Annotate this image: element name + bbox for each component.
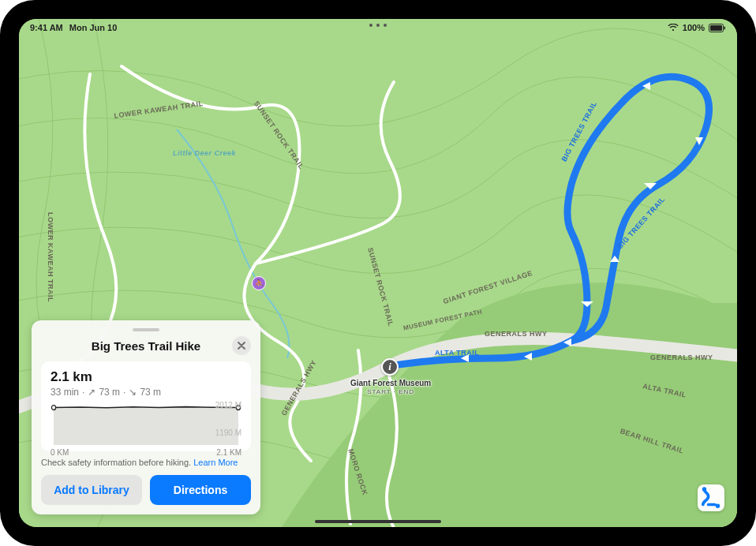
ascent-value: 73 m [99,387,120,398]
status-time: 9:41 AM [30,23,63,32]
safety-note: Check safety information before hiking. … [41,458,251,467]
label-alta-trail-route: ALTA TRAIL [435,349,479,357]
elevation-chart: 2012 M 1190 M 0 KM 2.1 KM [51,402,241,445]
trail-info-card: Big Trees Trail Hike 2.1 km 33 min · ↗ 7… [32,320,260,514]
wifi-icon [668,24,679,32]
card-title: Big Trees Trail Hike [60,339,232,353]
poi-sub: START · END [350,388,431,396]
svg-point-12 [702,487,706,491]
home-indicator[interactable] [315,520,441,523]
restroom-poi-icon[interactable]: ⛹ [252,276,266,290]
battery-percent: 100% [683,23,705,32]
trailhead-caption: Giant Forest Museum START · END [350,379,431,396]
directions-button[interactable]: Directions [150,475,251,505]
status-date: Mon Jun 10 [69,23,118,32]
battery-icon [709,24,726,32]
status-bar: 9:41 AM Mon Jun 10 100% [19,19,737,36]
ipad-frame: 9:41 AM Mon Jun 10 100% [0,0,756,546]
elev-min-label: 1190 M [215,428,241,437]
elev-max-label: 2012 M [215,401,241,410]
route-icon [698,484,724,511]
substats: 33 min · ↗ 73 m · ↘ 73 m [51,387,241,398]
svg-rect-1 [710,25,722,31]
label-little-deer-creek: Little Deer Creek [173,149,236,157]
trailhead-marker[interactable]: i [381,358,399,376]
stats-panel: 2.1 km 33 min · ↗ 73 m · ↘ 73 m 2012 M 1… [41,361,251,451]
map-mode-button[interactable] [698,484,724,511]
ascent-icon: ↗ [88,387,95,398]
card-grab-handle[interactable] [133,328,159,331]
safety-text: Check safety information before hiking. [41,458,191,467]
label-generals-hwy-2: GENERALS HWY [650,353,713,361]
x-end-label: 2.1 KM [216,448,241,457]
add-to-library-button[interactable]: Add to Library [41,475,142,505]
distance-value: 2.1 km [51,369,241,385]
x-start-label: 0 KM [51,448,69,457]
poi-name: Giant Forest Museum [350,379,431,388]
svg-point-14 [51,406,55,410]
label-generals-hwy-1: GENERALS HWY [485,330,548,338]
multitask-handle[interactable] [369,24,387,27]
duration-value: 33 min [51,387,79,398]
close-icon [238,342,245,350]
close-button[interactable] [232,336,251,355]
svg-rect-2 [724,26,726,29]
screen: 9:41 AM Mon Jun 10 100% [19,19,737,527]
descent-icon: ↘ [129,387,137,398]
label-lower-kaweah-2: LOWER KAWEAH TRAIL [47,212,54,302]
descent-value: 73 m [140,387,161,398]
learn-more-link[interactable]: Learn More [193,458,238,467]
